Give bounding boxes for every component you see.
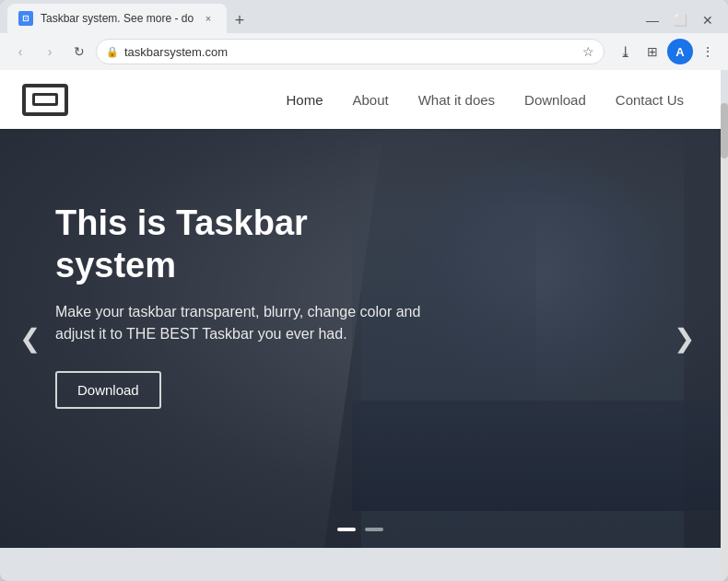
profile-button[interactable]: A — [667, 39, 693, 64]
hero-title: This is Taskbar system — [55, 203, 424, 286]
bookmark-icon[interactable]: ☆ — [582, 44, 594, 59]
back-button[interactable]: ‹ — [7, 39, 33, 64]
extensions-button[interactable]: ⊞ — [640, 39, 665, 64]
back-icon: ‹ — [18, 44, 23, 59]
chevron-left-icon: ❮ — [19, 323, 41, 354]
carousel-prev-button[interactable]: ❮ — [11, 320, 48, 357]
nav-home[interactable]: Home — [271, 85, 337, 115]
website-content: Home About What it does Download Contact… — [0, 70, 721, 548]
nav-contact-us[interactable]: Contact Us — [601, 85, 699, 115]
tab-bar: ⊡ Taskbar system. See more - do × + — ⬜ … — [0, 0, 728, 33]
refresh-button[interactable]: ↻ — [66, 39, 92, 64]
nav-about[interactable]: About — [338, 85, 404, 115]
scrollbar-thumb[interactable] — [721, 103, 728, 158]
site-logo[interactable] — [22, 84, 68, 116]
tab-title: Taskbar system. See more - do — [41, 12, 194, 25]
minimize-button[interactable]: — — [640, 7, 665, 33]
download-icon: ⤓ — [619, 43, 631, 61]
menu-button[interactable]: ⋮ — [695, 39, 721, 64]
refresh-icon: ↻ — [74, 44, 85, 59]
menu-icon: ⋮ — [701, 44, 714, 59]
tab-close-button[interactable]: × — [201, 11, 216, 26]
address-bar-row: ‹ › ↻ 🔒 taskbarsystem.com ☆ ⤓ ⊞ A ⋮ — [0, 33, 728, 70]
nav-download[interactable]: Download — [510, 85, 601, 115]
carousel-dot-2[interactable] — [365, 528, 383, 531]
address-bar[interactable]: 🔒 taskbarsystem.com ☆ — [96, 39, 605, 64]
forward-button[interactable]: › — [37, 39, 63, 64]
active-tab[interactable]: ⊡ Taskbar system. See more - do × — [7, 4, 227, 33]
site-navbar: Home About What it does Download Contact… — [0, 70, 721, 129]
hero-subtitle: Make your taskbar transparent, blurry, c… — [55, 301, 424, 345]
logo-icon — [22, 84, 68, 116]
hero-content: This is Taskbar system Make your taskbar… — [0, 129, 479, 446]
maximize-button[interactable]: ⬜ — [667, 7, 693, 33]
download-toolbar-button[interactable]: ⤓ — [612, 39, 638, 64]
hero-section: This is Taskbar system Make your taskbar… — [0, 129, 721, 548]
nav-what-it-does[interactable]: What it does — [404, 85, 510, 115]
site-navigation: Home About What it does Download Contact… — [271, 85, 699, 115]
toolbar-icons: ⤓ ⊞ A ⋮ — [612, 39, 721, 64]
carousel-next-button[interactable]: ❯ — [665, 320, 702, 357]
carousel-dot-1[interactable] — [337, 528, 356, 531]
hero-download-button[interactable]: Download — [55, 371, 161, 409]
tab-favicon: ⊡ — [18, 11, 33, 26]
carousel-dots — [337, 528, 383, 531]
forward-icon: › — [48, 44, 53, 59]
close-button[interactable]: ✕ — [695, 7, 721, 33]
extensions-icon: ⊞ — [647, 44, 658, 59]
lock-icon: 🔒 — [106, 46, 119, 58]
address-text: taskbarsystem.com — [124, 45, 577, 59]
chevron-right-icon: ❯ — [674, 323, 695, 354]
scrollbar[interactable] — [721, 103, 728, 581]
new-tab-button[interactable]: + — [227, 7, 252, 33]
